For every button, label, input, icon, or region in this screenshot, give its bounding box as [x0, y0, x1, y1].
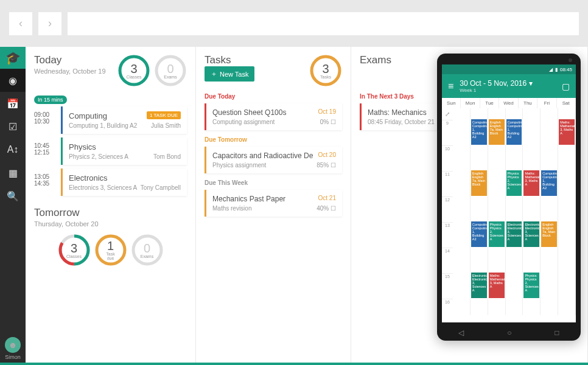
today-icon[interactable]: ▢	[562, 82, 570, 91]
calendar-event[interactable]: Maths: Mathematics 3, Maths A	[523, 170, 539, 196]
status-bar: ◢▮08:45	[442, 64, 576, 74]
task-due-badge: 1 TASK DUE	[147, 111, 181, 119]
plus-icon: ＋	[211, 69, 217, 78]
dashboard-icon[interactable]: ◉	[0, 69, 26, 92]
calendar-event[interactable]: Physics Physics 2, Sciences A	[489, 221, 505, 247]
browser-chrome: ‹ ›	[0, 0, 588, 47]
tablet-screen: ◢▮08:45 ≡ 30 Oct - 5 Nov, 2016 ▾ Week 1 …	[442, 64, 576, 322]
home-icon[interactable]: ○	[507, 328, 511, 337]
calendar-event[interactable]: Computing Computing 1, Building A2	[471, 119, 487, 145]
tasks-title: Tasks	[205, 54, 254, 66]
today-date: Wednesday, October 19	[34, 68, 106, 75]
tomorrow-exams-ring: 0Exams	[131, 234, 164, 266]
exams-icon[interactable]: A↕	[0, 138, 26, 161]
classes-ring: 3Classes	[117, 54, 150, 87]
calendar-event[interactable]: Maths: Mathematics 3, Maths A	[489, 273, 505, 298]
calendar-event[interactable]: English English 7a, Main Block	[471, 170, 487, 196]
today-column: Today Wednesday, October 19 3Classes 0Ex…	[26, 47, 196, 365]
back-button[interactable]: ‹	[9, 12, 32, 35]
tablet-header: ≡ 30 Oct - 5 Nov, 2016 ▾ Week 1 ▢	[442, 74, 576, 98]
forward-button[interactable]: ›	[38, 12, 61, 35]
calendar-icon[interactable]: 📅	[0, 92, 26, 115]
tablet-device: ◢▮08:45 ≡ 30 Oct - 5 Nov, 2016 ▾ Week 1 …	[437, 54, 581, 341]
due-week-label: Due This Week	[205, 179, 342, 186]
calendar-event[interactable]: Physics Physics 2, Sciences A	[523, 273, 539, 298]
task-card[interactable]: Question Sheet Q100sOct 19 Computing ass…	[205, 103, 342, 130]
tasks-icon[interactable]: ☑	[0, 115, 26, 138]
calendar-grid[interactable]: ⤢ 910111213141516 Computing Computing 1,…	[442, 108, 576, 315]
schedule-icon[interactable]: ▦	[0, 161, 26, 184]
calendar-event[interactable]: Electronics Electronics 3, Sciences A	[506, 221, 522, 247]
due-tomorrow-label: Due Tomorrow	[205, 136, 342, 143]
tomorrow-tasks-ring: 1Task due	[94, 234, 127, 266]
exams-title: Exams	[360, 54, 391, 66]
new-task-button[interactable]: ＋New Task	[205, 66, 254, 82]
class-row[interactable]: 10:4512:15 Physics Physics 2, Sciences A…	[34, 137, 187, 165]
calendar-event[interactable]: Computing Computing 1, Building A2	[471, 221, 487, 247]
week-selector[interactable]: 30 Oct - 5 Nov, 2016 ▾ Week 1	[460, 79, 556, 93]
url-bar[interactable]	[68, 12, 579, 35]
tomorrow-title: Tomorrow	[34, 207, 187, 219]
class-row[interactable]: 09:0010:30 1 TASK DUE Computing Computin…	[34, 106, 187, 134]
soon-badge: In 15 mins	[34, 96, 67, 104]
sidebar: 🎓 ◉ 📅 ☑ A↕ ▦ 🔍 ☻ Simon	[0, 47, 26, 365]
filter-icon[interactable]: ⤢	[442, 108, 453, 120]
app-logo[interactable]: 🎓	[0, 47, 26, 69]
calendar-event[interactable]: Computing Computing 1, Building A2	[506, 119, 522, 145]
tasks-count-ring: 3Tasks	[309, 54, 342, 87]
user-profile[interactable]: ☻ Simon	[5, 332, 21, 365]
tasks-column: Tasks ＋New Task 3Tasks Due Today Questio…	[196, 47, 351, 365]
back-icon[interactable]: ◁	[458, 328, 464, 337]
bottom-accent	[0, 363, 588, 365]
calendar-event[interactable]: Electronics Electronics 3, Sciences A	[471, 273, 487, 298]
menu-icon[interactable]: ≡	[448, 81, 453, 92]
today-title: Today	[34, 54, 106, 66]
calendar-event[interactable]: Physics Physics 2, Sciences A	[506, 170, 522, 196]
exams-ring: 0Exams	[154, 54, 187, 87]
android-nav: ◁ ○ □	[437, 328, 581, 337]
calendar-event[interactable]: English English 7a, Main Block	[541, 221, 557, 247]
user-name: Simon	[5, 354, 21, 360]
recent-icon[interactable]: □	[555, 328, 559, 337]
calendar-event[interactable]: English English 7a, Main Block	[489, 119, 505, 145]
tomorrow-classes-ring: 3Classes	[58, 234, 91, 266]
calendar-event[interactable]: Maths: Mathematics 3, Maths A	[559, 119, 575, 145]
due-today-label: Due Today	[205, 93, 342, 100]
tablet-camera	[569, 58, 572, 62]
task-card[interactable]: Mechanics Past PaperOct 21 Maths revisio…	[205, 190, 342, 217]
search-icon[interactable]: 🔍	[0, 184, 26, 207]
task-card[interactable]: Capacitors and Radioactive DeOct 20 Phys…	[205, 147, 342, 173]
avatar: ☻	[5, 337, 21, 353]
class-row[interactable]: 13:0514:35 Electronics Electronics 3, Sc…	[34, 169, 187, 196]
weekday-header: SunMonTueWedThuFriSat	[442, 98, 576, 108]
tomorrow-date: Thursday, October 20	[34, 220, 187, 228]
calendar-event[interactable]: Electronics Electronics 3, Sciences A	[523, 221, 539, 247]
calendar-event[interactable]: Computing Computing 1, Building A2	[541, 170, 557, 196]
